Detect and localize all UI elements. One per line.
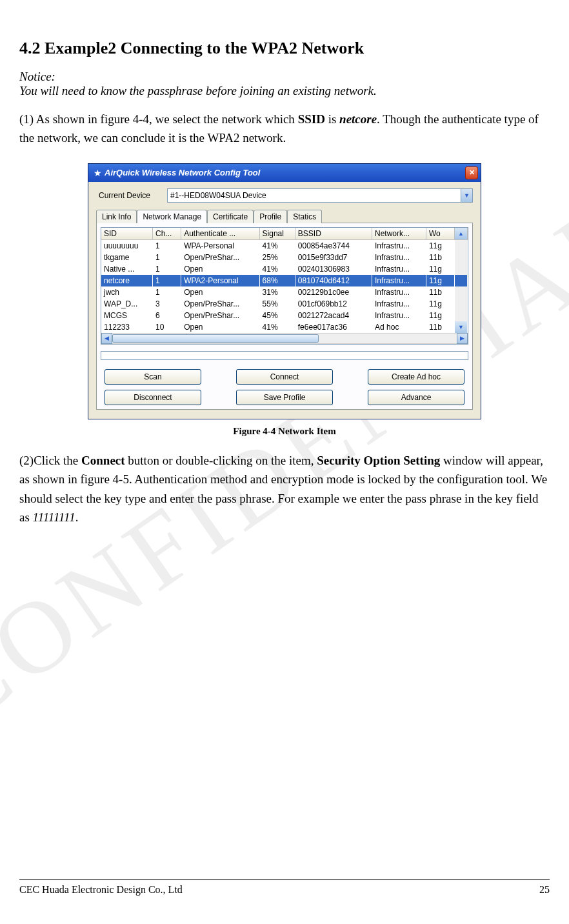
- table-cell: 112233: [101, 321, 152, 333]
- scrollbar-track[interactable]: [455, 275, 468, 286]
- scrollbar-track[interactable]: [455, 298, 468, 310]
- window-title: AirQuick Wireless Network Config Tool: [105, 168, 465, 177]
- security-option-setting: Security Option Setting: [317, 454, 440, 467]
- table-cell: 001cf069bb12: [295, 298, 372, 310]
- table-cell: 6: [152, 310, 181, 321]
- save-profile-button[interactable]: Save Profile: [236, 390, 333, 405]
- progress-bar: [101, 351, 468, 360]
- scroll-up-icon[interactable]: ▲: [455, 228, 468, 240]
- scan-button[interactable]: Scan: [105, 369, 201, 385]
- table-row[interactable]: WAP_D...3Open/PreShar...55%001cf069bb12I…: [101, 298, 468, 310]
- device-label: Current Device: [96, 191, 167, 200]
- table-cell: WPA-Personal: [181, 239, 259, 252]
- table-cell: 1: [152, 263, 181, 275]
- tab-certificate[interactable]: Certificate: [207, 210, 254, 223]
- ssid-label: SSID: [298, 112, 325, 126]
- table-cell: 11b: [426, 321, 454, 333]
- tab-statics[interactable]: Statics: [287, 210, 322, 223]
- table-cell: netcore: [101, 275, 152, 286]
- table-cell: 25%: [259, 252, 295, 263]
- table-row[interactable]: tkgame1Open/PreShar...25%0015e9f33dd7Inf…: [101, 252, 468, 263]
- table-row[interactable]: netcore1WPA2-Personal68%0810740d6412Infr…: [101, 275, 468, 286]
- table-cell: 68%: [259, 275, 295, 286]
- table-cell: 1: [152, 252, 181, 263]
- table-cell: 55%: [259, 298, 295, 310]
- scroll-down-icon[interactable]: ▼: [455, 321, 468, 333]
- scrollbar-thumb[interactable]: [112, 334, 319, 343]
- scrollbar-track[interactable]: [455, 286, 468, 298]
- page-number: 25: [539, 884, 550, 896]
- table-cell: 11b: [426, 252, 454, 263]
- table-cell: 0810740d6412: [295, 275, 372, 286]
- scrollbar-track[interactable]: [455, 263, 468, 275]
- table-cell: Infrastru...: [372, 298, 426, 310]
- column-header[interactable]: Authenticate ...: [181, 228, 259, 240]
- device-combobox[interactable]: ▼: [167, 188, 473, 203]
- ssid-value: netcore: [339, 112, 377, 126]
- scrollbar-track[interactable]: [455, 310, 468, 321]
- paragraph-1: (1) As shown in figure 4-4, we select th…: [19, 110, 550, 148]
- table-row[interactable]: 11223310Open41%fe6ee017ac36Ad hoc11b▼: [101, 321, 468, 333]
- tab-profile[interactable]: Profile: [254, 210, 287, 223]
- table-cell: uuuuuuuu: [101, 239, 152, 252]
- table-cell: WAP_D...: [101, 298, 152, 310]
- table-cell: Open/PreShar...: [181, 310, 259, 321]
- column-header[interactable]: BSSID: [295, 228, 372, 240]
- advance-button[interactable]: Advance: [368, 390, 464, 405]
- column-header[interactable]: Network...: [372, 228, 426, 240]
- app-icon: ★: [94, 168, 102, 178]
- table-cell: Open: [181, 263, 259, 275]
- table-cell: Ad hoc: [372, 321, 426, 333]
- tab-link-info[interactable]: Link Info: [96, 210, 137, 223]
- device-input[interactable]: [168, 189, 461, 202]
- tab-network-manage[interactable]: Network Manage: [137, 210, 207, 223]
- connect-button[interactable]: Connect: [236, 369, 333, 385]
- horizontal-scrollbar[interactable]: ◀ ▶: [101, 333, 468, 344]
- scrollbar-track[interactable]: [455, 239, 468, 252]
- connect-word: Connect: [81, 454, 125, 467]
- table-cell: 3: [152, 298, 181, 310]
- scroll-right-icon[interactable]: ▶: [457, 333, 468, 344]
- column-header[interactable]: Signal: [259, 228, 295, 240]
- table-cell: MCGS: [101, 310, 152, 321]
- scroll-left-icon[interactable]: ◀: [101, 333, 112, 344]
- table-cell: Open/PreShar...: [181, 298, 259, 310]
- table-cell: 1: [152, 275, 181, 286]
- column-header[interactable]: Wo: [426, 228, 454, 240]
- table-cell: 11g: [426, 310, 454, 321]
- table-cell: 10: [152, 321, 181, 333]
- table-cell: 0015e9f33dd7: [295, 252, 372, 263]
- section-heading: 4.2 Example2 Connecting to the WPA2 Netw…: [19, 39, 550, 58]
- table-cell: 0021272acad4: [295, 310, 372, 321]
- chevron-down-icon[interactable]: ▼: [461, 189, 472, 202]
- create-adhoc-button[interactable]: Create Ad hoc: [368, 369, 464, 385]
- table-row[interactable]: Native ...1Open41%002401306983Infrastru.…: [101, 263, 468, 275]
- notice-label: Notice:: [19, 70, 550, 84]
- column-header[interactable]: SID: [101, 228, 152, 240]
- table-cell: 31%: [259, 286, 295, 298]
- table-row[interactable]: uuuuuuuu1WPA-Personal41%000854ae3744Infr…: [101, 239, 468, 252]
- table-cell: 1: [152, 286, 181, 298]
- notice-text: You will need to know the passphrase bef…: [19, 84, 550, 98]
- table-cell: 45%: [259, 310, 295, 321]
- scrollbar-track[interactable]: [455, 252, 468, 263]
- table-cell: 11b: [426, 286, 454, 298]
- footer-company: CEC Huada Electronic Design Co., Ltd: [19, 884, 183, 896]
- table-cell: Native ...: [101, 263, 152, 275]
- network-table[interactable]: SID Ch... Authenticate ... Signal BSSID …: [101, 227, 468, 345]
- table-cell: 41%: [259, 239, 295, 252]
- table-cell: Infrastru...: [372, 263, 426, 275]
- table-cell: Infrastru...: [372, 310, 426, 321]
- disconnect-button[interactable]: Disconnect: [105, 390, 201, 405]
- table-row[interactable]: MCGS6Open/PreShar...45%0021272acad4Infra…: [101, 310, 468, 321]
- table-cell: 002129b1c0ee: [295, 286, 372, 298]
- column-header[interactable]: Ch...: [152, 228, 181, 240]
- table-cell: Open: [181, 321, 259, 333]
- table-row[interactable]: jwch1Open31%002129b1c0eeInfrastru...11b: [101, 286, 468, 298]
- table-cell: 1: [152, 239, 181, 252]
- table-cell: 002401306983: [295, 263, 372, 275]
- close-icon[interactable]: ✕: [465, 166, 478, 179]
- scrollbar-track[interactable]: [112, 333, 457, 344]
- figure-caption: Figure 4-4 Network Item: [19, 426, 550, 437]
- table-cell: jwch: [101, 286, 152, 298]
